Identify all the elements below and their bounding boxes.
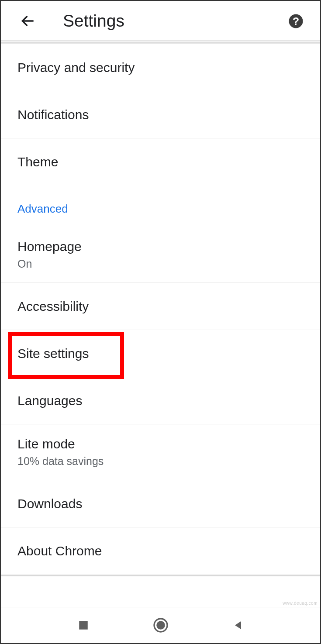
list-item-label: Lite mode	[17, 437, 311, 451]
settings-item-site-settings[interactable]: Site settings	[1, 330, 320, 377]
svg-rect-3	[79, 621, 88, 630]
app-header: Settings ?	[1, 1, 320, 40]
settings-item-accessibility[interactable]: Accessibility	[1, 283, 320, 330]
settings-item-privacy-and-security[interactable]: Privacy and security	[1, 44, 320, 91]
list-item-label: Languages	[17, 393, 311, 408]
page-title: Settings	[63, 11, 288, 31]
list-item-label: Accessibility	[17, 299, 311, 314]
watermark: www.deuaq.com	[283, 601, 318, 606]
settings-item-homepage[interactable]: Homepage On	[1, 227, 320, 283]
list-item-label: Site settings	[17, 346, 311, 361]
svg-point-5	[156, 621, 165, 630]
nav-home-icon[interactable]	[148, 612, 174, 638]
settings-item-about-chrome[interactable]: About Chrome	[1, 527, 320, 575]
settings-item-languages[interactable]: Languages	[1, 377, 320, 424]
svg-marker-6	[235, 621, 241, 630]
settings-item-theme[interactable]: Theme	[1, 138, 320, 186]
svg-text:?: ?	[292, 15, 299, 27]
list-item-label: About Chrome	[17, 544, 311, 558]
list-item-sublabel: On	[17, 258, 311, 270]
list-item-label: Homepage	[17, 239, 311, 254]
list-item-label: Privacy and security	[17, 60, 311, 75]
settings-item-downloads[interactable]: Downloads	[1, 480, 320, 527]
nav-back-icon[interactable]	[225, 612, 251, 638]
list-bottom-edge	[1, 575, 320, 576]
section-header-advanced: Advanced	[1, 186, 320, 227]
list-item-label: Notifications	[17, 107, 311, 122]
help-icon[interactable]: ?	[288, 13, 304, 29]
settings-item-notifications[interactable]: Notifications	[1, 91, 320, 138]
nav-recents-icon[interactable]	[70, 612, 97, 638]
list-item-label: Theme	[17, 155, 311, 169]
back-icon[interactable]	[19, 12, 37, 30]
list-item-label: Downloads	[17, 496, 311, 511]
list-item-sublabel: 10% data savings	[17, 455, 311, 468]
system-navbar	[1, 607, 320, 643]
settings-item-lite-mode[interactable]: Lite mode 10% data savings	[1, 424, 320, 480]
settings-list: Privacy and security Notifications Theme…	[1, 44, 320, 607]
